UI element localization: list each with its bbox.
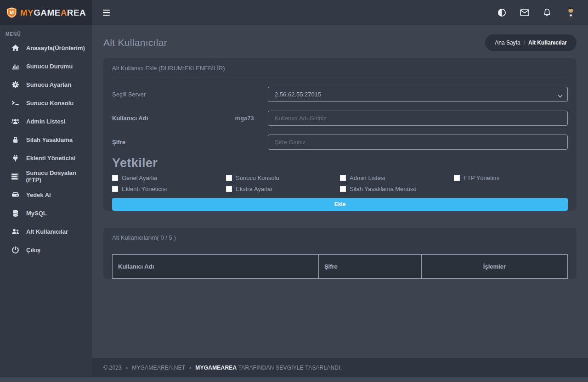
add-subuser-button[interactable]: Ekle <box>112 198 568 211</box>
sidebar-item-label: Eklenti Yöneticisi <box>26 155 75 162</box>
theme-contrast-icon[interactable] <box>498 8 506 17</box>
username-label: Kullanıcı Adı <box>112 115 148 122</box>
sidebar-item-label: Sunucu Ayarları <box>26 81 72 88</box>
menu-section-label: MENÜ <box>0 25 92 39</box>
checkbox-icon[interactable] <box>454 175 460 181</box>
server-select-row: Seçili Server 2.56.62.55:27015 <box>112 87 568 102</box>
add-subuser-card: Alt Kullanıcı Ekle (DURUM:EKLENEBİLİR) S… <box>103 58 577 211</box>
footer-brand: MYGAMEAREA <box>195 365 237 371</box>
checkbox-icon[interactable] <box>226 186 232 192</box>
sidebar-toggle-button[interactable] <box>103 10 110 16</box>
checkbox-icon[interactable] <box>112 175 118 181</box>
permission-sunucu-konsolu[interactable]: Sunucu Konsolu <box>226 174 340 181</box>
permissions-title: Yetkiler <box>112 156 568 170</box>
sidebar-item-label: Sunucu Konsolu <box>26 100 74 107</box>
main-column: Alt Kullanıcılar Ana Sayfa / Alt Kullanı… <box>92 0 588 377</box>
sidebar-item-anasayfa[interactable]: Anasayfa(Ürünlerim) <box>0 39 92 57</box>
footer-separator-icon: • <box>189 365 191 371</box>
brand-logo[interactable]: M MYGAMEAREA <box>0 0 92 25</box>
topbar-actions <box>498 6 577 19</box>
shield-badge-icon: M <box>6 7 17 18</box>
users-icon <box>11 118 19 125</box>
table-header-row: Kullanıcı Adı Şifre İşlemler <box>113 255 568 279</box>
sidebar-item-yedek-al[interactable]: Yedek Al <box>0 185 92 204</box>
permission-label: Genel Ayarlar <box>122 174 158 181</box>
password-input[interactable] <box>268 135 568 150</box>
breadcrumb-current: Alt Kullanıcılar <box>528 39 567 46</box>
sidebar-item-label: Sunucu Dosyaları (FTP) <box>26 169 92 183</box>
checkbox-icon[interactable] <box>340 186 346 192</box>
sidebar-item-cikis[interactable]: Çıkış <box>0 241 92 259</box>
add-card-title: Alt Kullanıcı Ekle (DURUM:EKLENEBİLİR) <box>112 58 568 78</box>
footer-site-link[interactable]: MYGAMEAREA.NET <box>132 365 185 371</box>
page-header: Alt Kullanıcılar Ana Sayfa / Alt Kullanı… <box>103 34 577 51</box>
sidebar-item-label: Sunucu Durumu <box>26 63 73 70</box>
password-label: Şifre <box>112 139 125 146</box>
sidebar-item-mysql[interactable]: MySQL <box>0 204 92 222</box>
terminal-icon <box>11 99 19 107</box>
sidebar-item-label: Çıkış <box>26 247 40 253</box>
breadcrumb-separator: / <box>524 39 525 46</box>
sidebar-item-label: Yedek Al <box>26 191 51 198</box>
column-header-password: Şifre <box>318 255 421 279</box>
permission-silah-yasaklama[interactable]: Silah Yasaklama Menüsü <box>340 185 454 192</box>
subusers-table: Kullanıcı Adı Şifre İşlemler <box>112 254 568 279</box>
footer-copyright: © 2023 <box>103 365 122 371</box>
gear-icon <box>11 81 19 89</box>
footer: © 2023 • MYGAMEAREA.NET • MYGAMEAREA TAR… <box>92 358 588 377</box>
lock-icon <box>11 136 19 144</box>
sidebar-item-eklenti-yoneticisi[interactable]: Eklenti Yöneticisi <box>0 149 92 167</box>
permission-label: FTP Yönetimi <box>464 174 499 181</box>
brand-wordmark: MYGAMEAREA <box>20 8 86 18</box>
sidebar-item-label: MySQL <box>26 210 47 217</box>
breadcrumb: Ana Sayfa / Alt Kullanıcılar <box>485 34 577 51</box>
bell-icon[interactable] <box>543 8 551 17</box>
plug-icon <box>11 154 19 162</box>
checkbox-icon[interactable] <box>226 175 232 181</box>
sidebar-item-alt-kullanicilar[interactable]: Alt Kullanıcılar <box>0 222 92 241</box>
sidebar-item-sunucu-durumu[interactable]: Sunucu Durumu <box>0 57 92 75</box>
password-row: Şifre <box>112 135 568 150</box>
sidebar-item-sunucu-konsolu[interactable]: Sunucu Konsolu <box>0 94 92 112</box>
permissions-grid: Genel Ayarlar Sunucu Konsolu Admin Liste… <box>112 174 568 192</box>
mail-icon[interactable] <box>520 9 529 16</box>
username-prefix: mga73_ <box>235 115 257 122</box>
user-avatar[interactable] <box>565 6 577 19</box>
user-friends-icon <box>11 228 19 236</box>
column-header-actions: İşlemler <box>421 255 567 279</box>
footer-tagline-text: TARAFINDAN SEVGİYLE TASARLANDI. <box>238 365 342 371</box>
chart-bar-icon <box>11 62 19 70</box>
sidebar-item-admin-listesi[interactable]: Admin Listesi <box>0 112 92 130</box>
server-select[interactable]: 2.56.62.55:27015 <box>268 87 568 102</box>
username-row: Kullanıcı Adı mga73_ <box>112 111 568 126</box>
permission-eklenti-yoneticisi[interactable]: Eklenti Yöneticisi <box>112 185 226 192</box>
permission-ekstra-ayarlar[interactable]: Ekstra Ayarlar <box>226 185 340 192</box>
permission-label: Ekstra Ayarlar <box>236 185 273 192</box>
sidebar-item-label: Silah Yasaklama <box>26 136 73 143</box>
footer-tagline: MYGAMEAREA TARAFINDAN SEVGİYLE TASARLAND… <box>195 365 342 371</box>
topbar <box>92 0 588 25</box>
content-area: Alt Kullanıcılar Ana Sayfa / Alt Kullanı… <box>92 25 588 358</box>
page-title: Alt Kullanıcılar <box>103 37 167 48</box>
permission-label: Silah Yasaklama Menüsü <box>350 185 417 192</box>
footer-separator-icon: • <box>126 365 128 371</box>
hdd-icon <box>11 191 19 199</box>
sidebar-item-sunucu-ayarlari[interactable]: Sunucu Ayarları <box>0 75 92 94</box>
checkbox-icon[interactable] <box>112 186 118 192</box>
sidebar-item-sunucu-dosyalari[interactable]: Sunucu Dosyaları (FTP) <box>0 167 92 185</box>
svg-text:M: M <box>10 10 14 15</box>
column-header-username: Kullanıcı Adı <box>113 255 319 279</box>
power-icon <box>11 246 19 254</box>
permission-genel-ayarlar[interactable]: Genel Ayarlar <box>112 174 226 181</box>
permission-admin-listesi[interactable]: Admin Listesi <box>340 174 454 181</box>
sidebar-item-label: Alt Kullanıcılar <box>26 228 68 235</box>
permission-label: Sunucu Konsolu <box>236 174 279 181</box>
sidebar-item-silah-yasaklama[interactable]: Silah Yasaklama <box>0 130 92 149</box>
permission-label: Eklenti Yöneticisi <box>122 185 167 192</box>
sidebar-item-label: Admin Listesi <box>26 118 65 125</box>
permission-ftp-yonetimi[interactable]: FTP Yönetimi <box>454 174 568 181</box>
breadcrumb-home-link[interactable]: Ana Sayfa <box>495 39 520 46</box>
username-input[interactable] <box>268 111 568 126</box>
checkbox-icon[interactable] <box>340 175 346 181</box>
server-select-label: Seçili Server <box>112 91 146 98</box>
